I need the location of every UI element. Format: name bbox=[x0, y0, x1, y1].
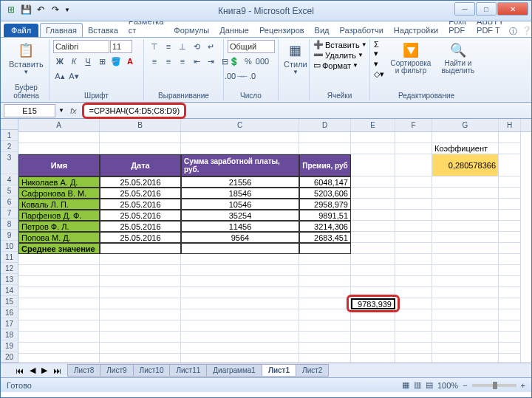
cell[interactable] bbox=[432, 254, 499, 265]
cell[interactable] bbox=[432, 243, 499, 254]
cell[interactable] bbox=[351, 176, 395, 188]
cell[interactable] bbox=[351, 232, 395, 243]
view-layout-icon[interactable]: ▥ bbox=[414, 380, 421, 390]
avg-bonus[interactable] bbox=[299, 243, 351, 254]
cell[interactable] bbox=[499, 354, 521, 363]
bold-button[interactable]: Ж bbox=[53, 55, 66, 68]
qat-dropdown-icon[interactable]: ▼ bbox=[64, 7, 70, 13]
cell[interactable] bbox=[351, 254, 395, 265]
row-20[interactable]: 20 bbox=[1, 351, 18, 363]
header-date[interactable]: Дата bbox=[100, 154, 181, 176]
italic-button[interactable]: К bbox=[67, 55, 81, 68]
view-break-icon[interactable]: ▤ bbox=[426, 380, 433, 390]
cell[interactable] bbox=[351, 188, 395, 199]
cell[interactable] bbox=[499, 188, 521, 199]
date-cell[interactable]: 25.05.2016 bbox=[100, 188, 181, 199]
align-top-button[interactable]: ⊤ bbox=[148, 40, 161, 53]
date-cell[interactable]: 25.05.2016 bbox=[100, 232, 181, 243]
sheet-tab[interactable]: Лист11 bbox=[169, 364, 207, 377]
cell[interactable] bbox=[351, 154, 395, 176]
autosum-button[interactable]: Σ ▾ bbox=[374, 40, 384, 58]
row-14[interactable]: 14 bbox=[1, 285, 18, 296]
cell[interactable] bbox=[432, 232, 499, 243]
cell[interactable] bbox=[299, 320, 351, 332]
cell[interactable] bbox=[181, 332, 299, 343]
cell[interactable] bbox=[499, 309, 521, 320]
cell[interactable] bbox=[432, 210, 499, 221]
cell[interactable] bbox=[18, 332, 100, 343]
cell[interactable] bbox=[351, 332, 395, 343]
cell[interactable] bbox=[395, 188, 432, 199]
border-button[interactable]: ⊞ bbox=[95, 55, 109, 68]
cell[interactable] bbox=[351, 143, 395, 154]
percent-button[interactable]: % bbox=[242, 55, 255, 68]
sheet-tab-active[interactable]: Лист1 bbox=[262, 364, 296, 377]
cell[interactable] bbox=[395, 265, 432, 276]
cell[interactable] bbox=[432, 354, 499, 363]
salary-cell[interactable]: 18546 bbox=[181, 188, 299, 199]
name-cell[interactable]: Николаев А. Д. bbox=[18, 176, 100, 188]
grid[interactable]: 1234567891011121314151617181920 A B C D … bbox=[1, 119, 531, 363]
cell[interactable] bbox=[395, 276, 432, 287]
row-15[interactable]: 15 bbox=[1, 296, 18, 307]
avg-date[interactable] bbox=[100, 243, 181, 254]
cell[interactable] bbox=[395, 243, 432, 254]
cell[interactable] bbox=[18, 298, 100, 309]
cell[interactable] bbox=[181, 287, 299, 298]
cell[interactable] bbox=[351, 265, 395, 276]
cell[interactable] bbox=[100, 309, 181, 320]
name-box[interactable] bbox=[4, 104, 55, 117]
align-right-button[interactable]: ≡ bbox=[176, 55, 189, 68]
row-13[interactable]: 13 bbox=[1, 274, 18, 285]
zoom-out-button[interactable]: − bbox=[463, 381, 467, 390]
cell[interactable] bbox=[432, 298, 499, 309]
tab-nav-prev-icon[interactable]: ◀ bbox=[30, 366, 41, 375]
cell[interactable] bbox=[351, 243, 395, 254]
avg-salary[interactable] bbox=[181, 243, 299, 254]
save-icon[interactable]: 💾 bbox=[20, 4, 32, 16]
cell[interactable] bbox=[100, 132, 181, 143]
header-name[interactable]: Имя bbox=[18, 154, 100, 176]
cell[interactable] bbox=[299, 343, 351, 354]
format-cells-button[interactable]: ▭Формат ▼ bbox=[313, 61, 358, 70]
decrease-decimal-button[interactable]: ←.0 bbox=[242, 69, 255, 83]
tab-developer[interactable]: Разработчи bbox=[335, 24, 389, 37]
header-bonus[interactable]: Премия, руб bbox=[299, 154, 351, 176]
close-button[interactable]: ✕ bbox=[497, 2, 528, 16]
cell[interactable] bbox=[395, 210, 432, 221]
name-cell[interactable]: Коваль Л. П. bbox=[18, 199, 100, 210]
row-7[interactable]: 7 bbox=[1, 207, 18, 219]
bonus-cell[interactable]: 6048,147 bbox=[299, 176, 351, 188]
salary-cell[interactable]: 11456 bbox=[181, 221, 299, 232]
cell[interactable] bbox=[499, 343, 521, 354]
namebox-dropdown-icon[interactable]: ▼ bbox=[58, 107, 64, 114]
cell[interactable] bbox=[18, 276, 100, 287]
cell[interactable] bbox=[395, 354, 432, 363]
cell[interactable] bbox=[499, 132, 521, 143]
cell[interactable] bbox=[18, 265, 100, 276]
row-12[interactable]: 12 bbox=[1, 263, 18, 274]
font-size-select[interactable] bbox=[110, 40, 132, 53]
bonus-cell[interactable]: 5203,606 bbox=[299, 188, 351, 199]
row-9[interactable]: 9 bbox=[1, 230, 18, 241]
cell[interactable] bbox=[395, 320, 432, 332]
header-salary[interactable]: Сумма заработной платы, руб. bbox=[181, 154, 299, 176]
align-bottom-button[interactable]: ⊥ bbox=[176, 40, 189, 53]
cell[interactable] bbox=[499, 332, 521, 343]
cell[interactable] bbox=[181, 276, 299, 287]
sort-filter-button[interactable]: 🔽Сортировка и фильтр bbox=[386, 40, 435, 76]
name-cell[interactable]: Сафронова В. М. bbox=[18, 188, 100, 199]
cell[interactable] bbox=[395, 254, 432, 265]
date-cell[interactable]: 25.05.2016 bbox=[100, 221, 181, 232]
cell[interactable] bbox=[18, 287, 100, 298]
row-4[interactable]: 4 bbox=[1, 174, 18, 185]
cell[interactable] bbox=[395, 176, 432, 188]
cell[interactable] bbox=[395, 199, 432, 210]
fill-color-button[interactable]: 🪣 bbox=[109, 55, 123, 68]
cell[interactable] bbox=[395, 132, 432, 143]
cell[interactable] bbox=[432, 199, 499, 210]
tab-file[interactable]: Файл bbox=[4, 24, 38, 37]
cell[interactable] bbox=[100, 143, 181, 154]
cell[interactable] bbox=[181, 320, 299, 332]
cell[interactable] bbox=[351, 343, 395, 354]
